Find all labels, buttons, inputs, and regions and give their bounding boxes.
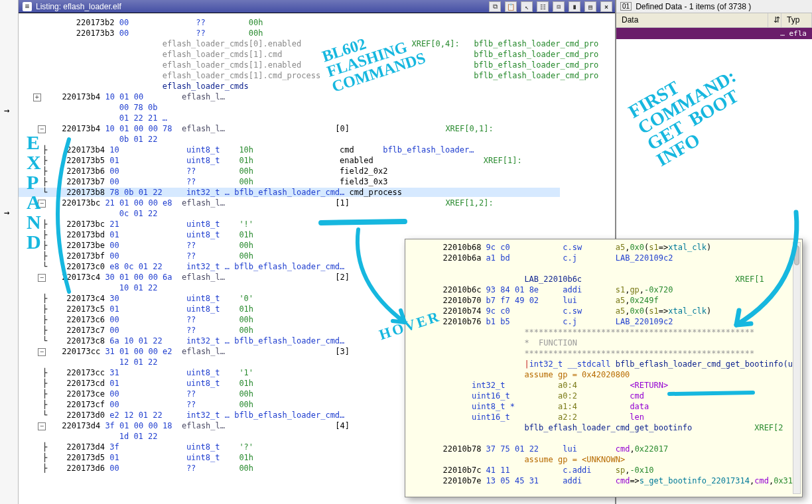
col-data[interactable]: Data xyxy=(616,13,768,27)
expand-toggle[interactable]: − xyxy=(38,200,46,208)
listing-toolbar: ⧉ 📋 ↖ ☷ ⧈ ∎ ▤ × xyxy=(489,0,612,13)
listing-icon: ≡ xyxy=(23,2,32,11)
toolbar-fields-button[interactable]: ▤ xyxy=(584,1,596,12)
hover-code-popup: 22010b68 9c c0 c.sw a5,0x0(s1=>xtal_clk)… xyxy=(405,239,803,497)
defined-data-titlebar[interactable]: 01 Defined Data - 1 items (of 3738 ) xyxy=(616,0,812,13)
expand-toggle[interactable]: − xyxy=(38,348,46,356)
toolbar-cursor-button[interactable]: ↖ xyxy=(521,1,533,12)
listing-titlebar[interactable]: ≡ Listing: eflash_loader.elf ⧉ 📋 ↖ ☷ ⧈ ∎… xyxy=(19,0,615,13)
defined-data-row[interactable]: … efla xyxy=(616,28,812,39)
binary-icon: 01 xyxy=(620,2,632,11)
col-type[interactable]: Typ xyxy=(781,13,812,27)
left-gutter: → → xyxy=(0,0,19,504)
expand-toggle[interactable]: − xyxy=(38,274,46,282)
toolbar-tree-button[interactable]: ☷ xyxy=(537,1,549,12)
toolbar-close-button[interactable]: × xyxy=(600,1,612,12)
defined-data-header[interactable]: Data ⇵ Typ xyxy=(616,13,812,28)
toolbar-snapshot-button[interactable]: ∎ xyxy=(569,1,580,12)
popup-scrollbar[interactable] xyxy=(793,242,801,494)
toolbar-struct-button[interactable]: ⧈ xyxy=(553,1,565,12)
toolbar-copy-button[interactable]: ⧉ xyxy=(489,1,501,12)
scrollbar-thumb[interactable] xyxy=(794,245,799,265)
listing-title: Listing: eflash_loader.elf xyxy=(36,2,121,11)
defined-data-title: Defined Data - 1 items (of 3738 ) xyxy=(636,2,751,11)
expand-toggle[interactable]: − xyxy=(38,125,46,133)
expand-toggle[interactable]: − xyxy=(38,422,46,430)
hover-content: 22010b68 9c c0 c.sw a5,0x0(s1=>xtal_clk)… xyxy=(409,242,798,486)
sort-icon[interactable]: ⇵ xyxy=(768,13,781,27)
arrow-marker-icon: → xyxy=(4,207,18,218)
toolbar-paste-button[interactable]: 📋 xyxy=(505,1,517,12)
expand-toggle[interactable]: + xyxy=(33,94,41,101)
arrow-marker-icon: → xyxy=(4,105,18,115)
